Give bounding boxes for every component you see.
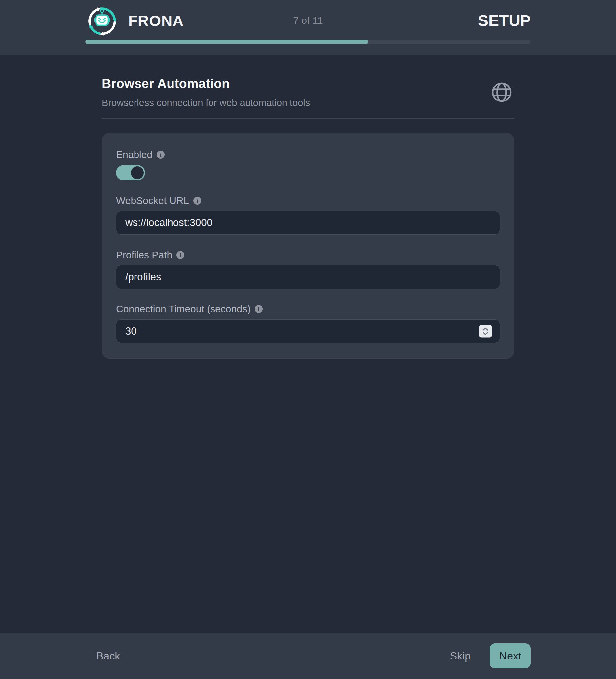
setup-progress-bar [85,40,531,44]
toggle-knob [131,166,144,179]
skip-button[interactable]: Skip [450,650,471,662]
websocket-url-label: WebSocket URL i [116,195,500,206]
info-icon[interactable]: i [193,197,201,205]
mode-title: SETUP [478,11,531,30]
info-icon[interactable]: i [255,305,263,313]
back-button[interactable]: Back [97,650,120,662]
enabled-field: Enabled i [116,149,500,181]
stepper-chevrons-icon [481,326,490,336]
profiles-path-field: Profiles Path i [116,249,500,289]
enabled-toggle[interactable] [116,165,145,181]
page-title: Browser Automation [102,76,310,91]
wizard-footer: Back Skip Next [0,633,616,679]
next-button[interactable]: Next [490,643,531,669]
globe-icon [491,82,512,103]
info-icon[interactable]: i [176,251,184,259]
brand-title: FRONA [128,12,184,30]
frona-robot-logo-icon [85,5,119,38]
connection-timeout-field: Connection Timeout (seconds) i [116,303,500,343]
connection-timeout-label: Connection Timeout (seconds) i [116,303,500,315]
setup-progress-fill [85,40,369,44]
websocket-url-input[interactable] [116,211,500,235]
connection-timeout-input[interactable] [116,319,500,343]
info-icon[interactable]: i [157,151,165,159]
enabled-label: Enabled i [116,149,500,160]
page-subtitle: Browserless connection for web automatio… [102,98,310,108]
number-stepper[interactable] [479,325,492,337]
profiles-path-input[interactable] [116,265,500,289]
setup-wizard-header: FRONA 7 of 11 SETUP [0,0,616,55]
setup-step-content: Browser Automation Browserless connectio… [0,55,616,359]
profiles-path-label: Profiles Path i [116,249,500,260]
step-indicator: 7 of 11 [293,15,323,26]
section-header: Browser Automation Browserless connectio… [102,55,514,119]
websocket-url-field: WebSocket URL i [116,195,500,235]
browser-automation-form-card: Enabled i WebSocket URL i Profiles Path … [102,133,514,359]
